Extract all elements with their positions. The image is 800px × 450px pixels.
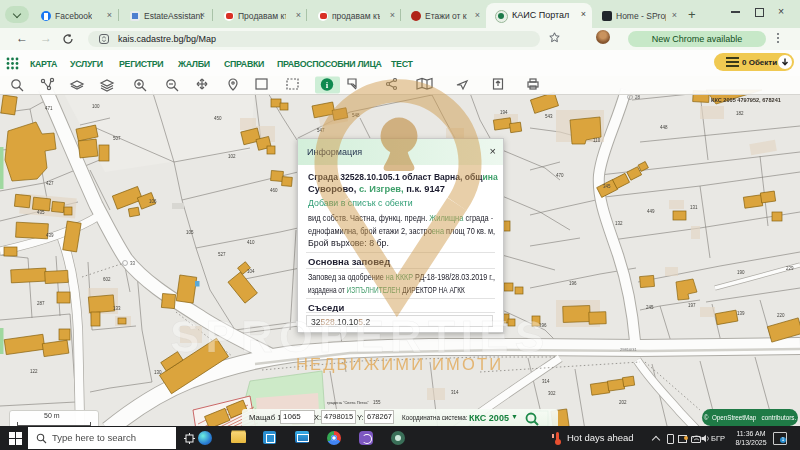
svg-text:131: 131 (690, 205, 698, 210)
svg-text:449: 449 (647, 209, 655, 214)
svg-text:ККС 2005 4797952, 678241: ККС 2005 4797952, 678241 (711, 97, 781, 103)
svg-text:548: 548 (352, 113, 360, 118)
svg-text:29810/31: 29810/31 (620, 347, 637, 352)
svg-text:182: 182 (736, 111, 744, 116)
svg-text:132: 132 (615, 221, 623, 226)
svg-text:229: 229 (786, 266, 794, 271)
svg-text:110: 110 (593, 138, 601, 143)
svg-text:122: 122 (30, 369, 38, 374)
svg-text:448: 448 (660, 125, 668, 130)
svg-text:602: 602 (103, 277, 111, 282)
svg-text:190: 190 (737, 270, 745, 275)
svg-text:196: 196 (569, 281, 577, 286)
svg-text:439: 439 (46, 233, 54, 238)
svg-text:133: 133 (113, 306, 121, 311)
svg-text:287: 287 (37, 301, 45, 306)
svg-text:130: 130 (154, 370, 162, 375)
svg-text:427: 427 (46, 181, 54, 186)
svg-text:410: 410 (247, 240, 255, 245)
svg-text:507: 507 (113, 136, 121, 141)
svg-text:202: 202 (619, 400, 627, 405)
svg-text:градина "Света Петка": градина "Света Петка" (327, 400, 369, 405)
svg-text:470: 470 (556, 173, 564, 178)
svg-text:102: 102 (228, 154, 236, 159)
svg-text:106: 106 (149, 199, 157, 204)
svg-text:194: 194 (500, 110, 508, 115)
svg-text:196: 196 (539, 323, 547, 328)
svg-text:220: 220 (777, 313, 785, 318)
svg-text:302: 302 (548, 391, 556, 396)
svg-text:100: 100 (92, 104, 100, 109)
svg-text:345: 345 (603, 184, 611, 189)
svg-text:460: 460 (270, 188, 278, 193)
svg-text:245: 245 (646, 305, 654, 310)
svg-text:547: 547 (317, 128, 325, 133)
svg-text:105: 105 (186, 230, 194, 235)
svg-text:471: 471 (45, 106, 53, 111)
svg-text:104: 104 (247, 269, 255, 274)
svg-text:155: 155 (373, 400, 381, 405)
svg-text:450: 450 (214, 116, 222, 121)
svg-text:527: 527 (218, 252, 226, 257)
svg-text:314: 314 (451, 390, 459, 395)
svg-text:314: 314 (542, 379, 550, 384)
svg-text:33: 33 (130, 261, 136, 266)
svg-text:197: 197 (688, 303, 696, 308)
svg-text:28: 28 (635, 95, 641, 100)
svg-text:139: 139 (737, 311, 745, 316)
svg-text:543: 543 (545, 114, 553, 119)
svg-text:435: 435 (37, 210, 45, 215)
